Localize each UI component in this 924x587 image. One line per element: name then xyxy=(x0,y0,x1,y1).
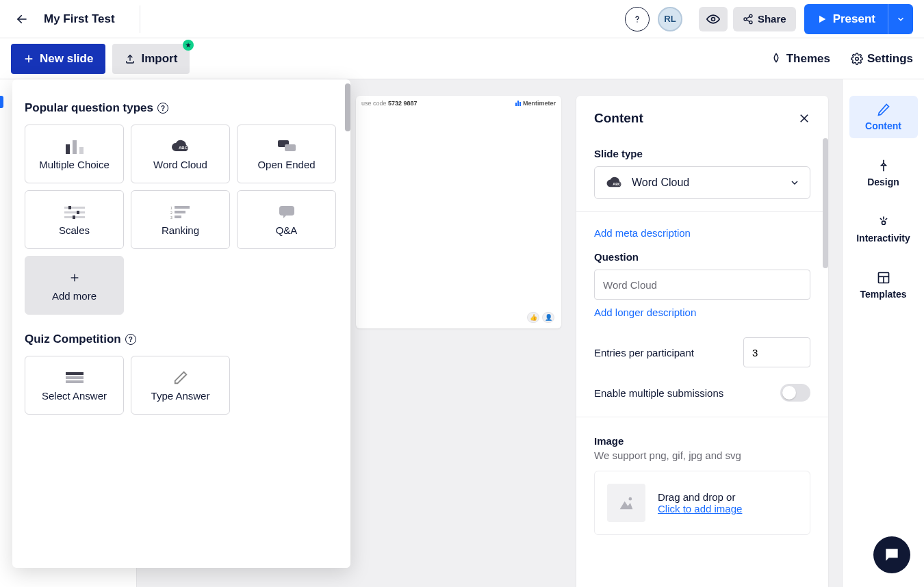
share-button[interactable]: Share xyxy=(733,7,796,31)
present-dropdown[interactable] xyxy=(888,14,913,24)
image-drop-zone[interactable]: Drag and drop or Click to add image xyxy=(594,471,810,535)
type-multiple-choice[interactable]: Multiple Choice xyxy=(25,125,124,183)
type-word-cloud[interactable]: ABC Word Cloud xyxy=(131,125,230,183)
svg-rect-13 xyxy=(66,144,70,154)
help-icon[interactable]: ? xyxy=(125,334,136,345)
tab-design[interactable]: Design xyxy=(849,152,918,194)
add-longer-link[interactable]: Add longer description xyxy=(594,306,810,318)
svg-text:1: 1 xyxy=(170,206,172,210)
tab-templates[interactable]: Templates xyxy=(849,264,918,306)
type-scales[interactable]: Scales xyxy=(25,190,124,249)
slide-type-select[interactable]: ABC Word Cloud xyxy=(594,166,810,199)
scrollbar[interactable] xyxy=(345,83,350,131)
card-label: Add more xyxy=(52,290,97,302)
card-label: Select Answer xyxy=(42,390,107,402)
add-meta-link[interactable]: Add meta description xyxy=(594,227,810,239)
svg-point-3 xyxy=(749,14,752,17)
quiz-title-label: Quiz Competition xyxy=(25,332,121,346)
type-select-answer[interactable]: Select Answer xyxy=(25,356,124,415)
bar-chart-icon xyxy=(63,138,86,155)
new-slide-label: New slide xyxy=(40,52,93,66)
presentation-title[interactable]: My First Test xyxy=(44,12,115,26)
eye-icon xyxy=(706,12,720,26)
new-slide-button[interactable]: New slide xyxy=(11,44,105,74)
content-panel: Content Slide type ABC Word Cloud Add me… xyxy=(576,96,828,587)
chevron-down-icon xyxy=(789,177,800,188)
popular-types-label: Popular question types xyxy=(25,101,153,115)
svg-point-5 xyxy=(749,21,752,23)
svg-rect-28 xyxy=(175,211,185,213)
pencil-icon xyxy=(169,369,192,386)
slide-preview[interactable]: use code 5732 9887 Mentimeter 👍 👤 xyxy=(356,96,561,328)
svg-point-12 xyxy=(856,57,859,60)
type-ranking[interactable]: 123 Ranking xyxy=(131,190,230,249)
help-icon[interactable]: ? xyxy=(157,103,168,114)
drop-text: Drag and drop or xyxy=(658,491,742,503)
themes-icon xyxy=(770,53,782,65)
question-label: Question xyxy=(594,251,810,263)
tab-label: Interactivity xyxy=(856,233,910,244)
present-button[interactable]: Present xyxy=(804,4,913,34)
image-support-text: We support png, gif, jpg and svg xyxy=(594,449,810,461)
entries-input[interactable] xyxy=(743,337,810,367)
svg-text:ABC: ABC xyxy=(179,146,188,150)
help-icon xyxy=(632,14,643,25)
card-label: Ranking xyxy=(162,224,199,236)
person-icon[interactable]: 👤 xyxy=(542,312,554,323)
svg-rect-21 xyxy=(64,211,85,213)
preview-button[interactable] xyxy=(699,7,728,31)
question-input[interactable] xyxy=(594,270,810,300)
settings-button[interactable]: Settings xyxy=(851,52,913,66)
tab-interactivity[interactable]: Interactivity xyxy=(849,208,918,250)
click-add-image-link[interactable]: Click to add image xyxy=(658,503,742,514)
tab-content[interactable]: Content xyxy=(849,96,918,138)
type-type-answer[interactable]: Type Answer xyxy=(131,356,230,415)
import-button[interactable]: Import ★ xyxy=(112,44,190,74)
play-icon xyxy=(817,14,827,25)
upload-icon xyxy=(125,53,136,64)
top-header: My First Test RL Share Present xyxy=(0,0,924,38)
svg-rect-37 xyxy=(66,380,84,383)
svg-rect-35 xyxy=(66,372,84,375)
svg-rect-39 xyxy=(517,101,519,106)
themes-label: Themes xyxy=(786,52,830,66)
speech-bubbles-icon xyxy=(275,138,298,155)
thumbs-up-icon[interactable]: 👍 xyxy=(527,312,539,323)
svg-point-1 xyxy=(637,21,637,22)
help-button[interactable] xyxy=(625,7,650,31)
quiz-title: Quiz Competition ? xyxy=(25,332,338,346)
type-qa[interactable]: Q&A xyxy=(237,190,336,249)
svg-rect-30 xyxy=(175,216,181,218)
back-button[interactable] xyxy=(11,8,33,30)
svg-point-47 xyxy=(882,221,885,224)
card-label: Q&A xyxy=(276,224,298,236)
svg-point-2 xyxy=(711,17,715,21)
join-code-text: use code 5732 9887 xyxy=(361,100,418,107)
multi-submit-toggle[interactable] xyxy=(780,384,810,402)
themes-button[interactable]: Themes xyxy=(770,52,830,66)
card-label: Scales xyxy=(59,224,90,236)
type-open-ended[interactable]: Open Ended xyxy=(237,125,336,183)
chat-button[interactable] xyxy=(873,536,910,573)
svg-rect-20 xyxy=(68,206,71,209)
arrow-left-icon xyxy=(16,13,28,25)
close-button[interactable] xyxy=(798,112,810,125)
user-avatar[interactable]: RL xyxy=(658,7,682,31)
svg-point-4 xyxy=(744,18,747,21)
plus-icon xyxy=(23,53,34,64)
tab-label: Design xyxy=(867,177,899,187)
svg-rect-31 xyxy=(279,206,294,216)
import-label: Import xyxy=(141,52,177,66)
slide-type-label: Slide type xyxy=(594,148,810,159)
spark-icon xyxy=(877,215,890,229)
entries-label: Entries per participant xyxy=(594,347,694,358)
list-icon xyxy=(63,369,86,386)
svg-line-7 xyxy=(747,20,750,22)
import-badge-icon: ★ xyxy=(183,40,194,51)
tab-label: Content xyxy=(865,120,901,131)
svg-point-45 xyxy=(629,497,632,501)
slide-type-popover: Popular question types ? Multiple Choice… xyxy=(12,79,350,568)
type-add-more[interactable]: Add more xyxy=(25,256,124,315)
svg-rect-40 xyxy=(519,102,521,106)
scrollbar[interactable] xyxy=(823,138,828,268)
